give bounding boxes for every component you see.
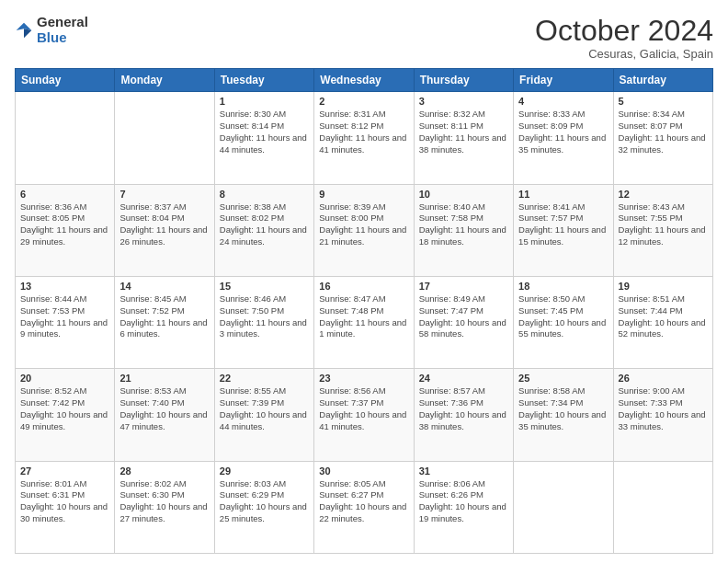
calendar-cell: 3Sunrise: 8:32 AM Sunset: 8:11 PM Daylig… [414,92,513,184]
day-info: Sunrise: 8:50 AM Sunset: 7:45 PM Dayligh… [518,293,608,340]
calendar-cell: 9Sunrise: 8:39 AM Sunset: 8:00 PM Daylig… [314,184,414,276]
day-number: 1 [220,96,309,107]
day-number: 7 [119,189,209,200]
calendar-day-header: Sunday [16,69,115,92]
day-number: 18 [518,281,608,292]
calendar-cell: 7Sunrise: 8:37 AM Sunset: 8:04 PM Daylig… [115,184,214,276]
calendar-cell: 22Sunrise: 8:55 AM Sunset: 7:39 PM Dayli… [214,369,313,461]
day-info: Sunrise: 8:40 AM Sunset: 7:58 PM Dayligh… [419,201,508,248]
day-number: 30 [319,465,408,477]
day-info: Sunrise: 8:01 AM Sunset: 6:31 PM Dayligh… [20,478,109,525]
calendar-cell [16,92,115,184]
calendar-cell: 26Sunrise: 9:00 AM Sunset: 7:33 PM Dayli… [613,369,712,461]
calendar-cell: 27Sunrise: 8:01 AM Sunset: 6:31 PM Dayli… [16,461,115,553]
day-info: Sunrise: 8:46 AM Sunset: 7:50 PM Dayligh… [220,293,309,340]
calendar-week-row: 13Sunrise: 8:44 AM Sunset: 7:53 PM Dayli… [16,276,713,368]
day-info: Sunrise: 8:57 AM Sunset: 7:36 PM Dayligh… [419,385,508,432]
day-number: 6 [20,189,109,200]
calendar-day-header: Saturday [613,69,712,92]
calendar-cell: 20Sunrise: 8:52 AM Sunset: 7:42 PM Dayli… [16,369,115,461]
day-number: 21 [119,373,209,384]
day-info: Sunrise: 8:30 AM Sunset: 8:14 PM Dayligh… [220,109,309,155]
day-info: Sunrise: 8:38 AM Sunset: 8:02 PM Dayligh… [220,201,309,248]
calendar-cell: 21Sunrise: 8:53 AM Sunset: 7:40 PM Dayli… [115,369,214,461]
day-number: 17 [419,281,508,292]
calendar-cell: 19Sunrise: 8:51 AM Sunset: 7:44 PM Dayli… [613,276,712,368]
day-number: 19 [619,281,708,292]
calendar-day-header: Thursday [414,69,513,92]
calendar-day-header: Friday [514,69,613,92]
calendar-day-header: Wednesday [314,69,414,92]
page: General Blue October 2024 Cesuras, Galic… [0,0,728,563]
day-number: 27 [20,465,109,477]
day-info: Sunrise: 8:31 AM Sunset: 8:12 PM Dayligh… [319,109,408,155]
logo-icon [15,21,33,40]
day-number: 5 [619,96,708,107]
calendar-week-row: 27Sunrise: 8:01 AM Sunset: 6:31 PM Dayli… [16,461,713,553]
day-number: 25 [518,373,608,384]
day-number: 3 [419,96,508,107]
location: Cesuras, Galicia, Spain [535,47,713,61]
month-title: October 2024 [535,15,713,47]
calendar-day-header: Tuesday [214,69,313,92]
calendar-day-header: Monday [115,69,214,92]
day-number: 9 [319,189,408,200]
day-number: 8 [220,189,309,200]
header: General Blue October 2024 Cesuras, Galic… [15,15,713,61]
day-number: 31 [419,465,508,477]
day-info: Sunrise: 8:44 AM Sunset: 7:53 PM Dayligh… [20,293,109,340]
day-number: 13 [20,281,109,292]
day-number: 10 [419,189,508,200]
day-number: 16 [319,281,408,292]
day-info: Sunrise: 8:32 AM Sunset: 8:11 PM Dayligh… [419,109,508,155]
day-info: Sunrise: 8:47 AM Sunset: 7:48 PM Dayligh… [319,293,408,340]
day-number: 20 [20,373,109,384]
day-info: Sunrise: 8:05 AM Sunset: 6:27 PM Dayligh… [319,478,408,525]
day-info: Sunrise: 8:58 AM Sunset: 7:34 PM Dayligh… [518,385,608,432]
day-info: Sunrise: 8:02 AM Sunset: 6:30 PM Dayligh… [119,478,209,525]
day-info: Sunrise: 8:43 AM Sunset: 7:55 PM Dayligh… [619,201,708,248]
day-info: Sunrise: 8:39 AM Sunset: 8:00 PM Dayligh… [319,201,408,248]
day-number: 24 [419,373,508,384]
calendar-cell: 1Sunrise: 8:30 AM Sunset: 8:14 PM Daylig… [214,92,313,184]
calendar-cell: 24Sunrise: 8:57 AM Sunset: 7:36 PM Dayli… [414,369,513,461]
day-info: Sunrise: 8:36 AM Sunset: 8:05 PM Dayligh… [20,201,109,248]
calendar-cell: 23Sunrise: 8:56 AM Sunset: 7:37 PM Dayli… [314,369,414,461]
calendar-cell: 15Sunrise: 8:46 AM Sunset: 7:50 PM Dayli… [214,276,313,368]
calendar-cell [115,92,214,184]
calendar-cell: 13Sunrise: 8:44 AM Sunset: 7:53 PM Dayli… [16,276,115,368]
logo: General Blue [15,15,88,45]
day-number: 22 [220,373,309,384]
day-info: Sunrise: 8:03 AM Sunset: 6:29 PM Dayligh… [220,478,309,525]
day-number: 11 [518,189,608,200]
calendar-cell: 18Sunrise: 8:50 AM Sunset: 7:45 PM Dayli… [514,276,613,368]
day-info: Sunrise: 9:00 AM Sunset: 7:33 PM Dayligh… [619,385,708,432]
logo-general: General [37,15,88,30]
day-info: Sunrise: 8:37 AM Sunset: 8:04 PM Dayligh… [119,201,209,248]
day-info: Sunrise: 8:34 AM Sunset: 8:07 PM Dayligh… [619,109,708,155]
day-info: Sunrise: 8:33 AM Sunset: 8:09 PM Dayligh… [518,109,608,155]
day-info: Sunrise: 8:41 AM Sunset: 7:57 PM Dayligh… [518,201,608,248]
calendar-week-row: 1Sunrise: 8:30 AM Sunset: 8:14 PM Daylig… [16,92,713,184]
calendar-cell: 12Sunrise: 8:43 AM Sunset: 7:55 PM Dayli… [613,184,712,276]
calendar-cell: 8Sunrise: 8:38 AM Sunset: 8:02 PM Daylig… [214,184,313,276]
logo-text: General Blue [37,15,88,45]
calendar-table: SundayMondayTuesdayWednesdayThursdayFrid… [15,68,713,554]
title-section: October 2024 Cesuras, Galicia, Spain [535,15,713,61]
logo-blue: Blue [37,30,88,46]
day-info: Sunrise: 8:06 AM Sunset: 6:26 PM Dayligh… [419,478,508,525]
calendar-cell: 14Sunrise: 8:45 AM Sunset: 7:52 PM Dayli… [115,276,214,368]
day-number: 12 [619,189,708,200]
day-number: 26 [619,373,708,384]
calendar-cell: 2Sunrise: 8:31 AM Sunset: 8:12 PM Daylig… [314,92,414,184]
calendar-cell [514,461,613,553]
day-info: Sunrise: 8:52 AM Sunset: 7:42 PM Dayligh… [20,385,109,432]
day-info: Sunrise: 8:49 AM Sunset: 7:47 PM Dayligh… [419,293,508,340]
calendar-cell: 6Sunrise: 8:36 AM Sunset: 8:05 PM Daylig… [16,184,115,276]
day-number: 4 [518,96,608,107]
day-info: Sunrise: 8:56 AM Sunset: 7:37 PM Dayligh… [319,385,408,432]
day-number: 23 [319,373,408,384]
day-info: Sunrise: 8:53 AM Sunset: 7:40 PM Dayligh… [119,385,209,432]
calendar-cell: 29Sunrise: 8:03 AM Sunset: 6:29 PM Dayli… [214,461,313,553]
calendar-cell: 17Sunrise: 8:49 AM Sunset: 7:47 PM Dayli… [414,276,513,368]
